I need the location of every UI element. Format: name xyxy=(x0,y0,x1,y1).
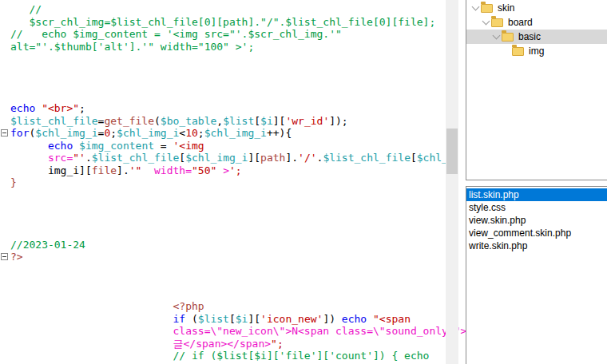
code-line[interactable]: 글</span></span>"; xyxy=(10,338,446,350)
tree-item-board[interactable]: board xyxy=(466,15,607,30)
code-line[interactable] xyxy=(10,214,446,227)
code-token: [ xyxy=(254,115,260,127)
code-token: ]) xyxy=(323,313,341,325)
code-token: < xyxy=(179,127,185,139)
code-line[interactable] xyxy=(10,77,446,90)
code-token xyxy=(10,350,173,362)
tree-item-basic[interactable]: basic xyxy=(466,30,607,44)
code-token: [ xyxy=(179,152,185,164)
fold-collapse-icon[interactable] xyxy=(1,129,8,136)
code-token: ; xyxy=(79,102,85,114)
file-list-item[interactable]: view_comment.skin.php xyxy=(466,227,607,239)
code-token: 'icon_new' xyxy=(260,313,323,325)
code-line[interactable] xyxy=(10,65,446,78)
code-token xyxy=(10,325,173,337)
code-token: . xyxy=(85,152,92,164)
code-token: ][ xyxy=(248,313,260,325)
code-token: > xyxy=(223,164,229,176)
code-token: $chl_img_i xyxy=(185,152,248,164)
code-token: $chl_img_i xyxy=(35,127,97,139)
code-token: $list_chl_file xyxy=(323,152,411,164)
code-token: echo xyxy=(342,313,367,325)
code-token: ]. xyxy=(117,164,129,176)
code-token: src= xyxy=(48,152,73,164)
folder-icon xyxy=(491,18,503,27)
code-line[interactable]: echo $img_content = '<img xyxy=(10,140,446,152)
code-line[interactable]: <?php xyxy=(10,300,446,313)
code-token xyxy=(10,152,48,164)
chevron-down-icon[interactable] xyxy=(490,31,502,42)
code-line[interactable] xyxy=(10,226,446,239)
folder-tree-panel[interactable]: skinboardbasicimg xyxy=(466,0,607,180)
code-line[interactable]: img_i][file].'" width="50" >'; xyxy=(10,164,446,177)
code-line[interactable]: $list_chl_file=get_file($bo_table,$list[… xyxy=(10,115,446,128)
code-token: ][ xyxy=(248,152,260,164)
code-token: "<br>" xyxy=(42,102,79,114)
code-token: 'wr_id' xyxy=(285,115,329,127)
code-editor[interactable]: // $scr_chl_img=$list_chl_file[0][path].… xyxy=(0,0,446,364)
code-token: // if ($list[$i]['file']['count']) { ech… xyxy=(173,350,430,362)
code-line[interactable]: $scr_chl_img=$list_chl_file[0][path]."/"… xyxy=(10,16,446,29)
chevron-down-icon[interactable] xyxy=(480,17,491,28)
code-line[interactable]: alt="'.$thumb['alt'].'" width="100" >'; xyxy=(10,41,446,53)
code-line[interactable]: ?> xyxy=(10,251,446,263)
code-token: echo xyxy=(10,102,35,114)
code-line[interactable] xyxy=(10,288,446,301)
code-line[interactable] xyxy=(10,263,446,276)
code-line[interactable]: // echo $img_content = '<img src="'.$scr… xyxy=(10,28,446,41)
file-list-item[interactable]: write.skin.php xyxy=(466,239,607,252)
chevron-spacer xyxy=(501,46,512,57)
tree-item-label: skin xyxy=(498,2,514,14)
code-token: $chl_img_i xyxy=(204,127,267,139)
code-token: '/' xyxy=(298,152,316,164)
code-line[interactable]: // if ($list[$i]['file']['count']) { ech… xyxy=(10,350,446,362)
code-token: ++){ xyxy=(267,127,292,139)
code-token: img_i][ xyxy=(10,164,92,176)
scrollbar-thumb[interactable] xyxy=(446,129,458,174)
code-token: $i xyxy=(260,115,273,127)
code-token: $scr_chl_img=$list_chl_file[0][path]."/"… xyxy=(10,16,435,28)
chevron-down-icon[interactable] xyxy=(470,2,481,14)
tree-item-img[interactable]: img xyxy=(466,44,607,58)
code-token: if xyxy=(173,313,186,325)
code-token xyxy=(35,102,42,114)
file-list-item[interactable]: view.skin.php xyxy=(466,214,607,227)
code-line[interactable]: class=\"new_icon\">N<span class=\"sound_… xyxy=(10,325,446,338)
code-token: [ xyxy=(229,313,236,325)
code-token: ( xyxy=(154,115,161,127)
code-line[interactable]: src="'.$list_chl_file[$chl_img_i][path].… xyxy=(10,152,446,164)
code-line[interactable]: for($chl_img_i=0;$chl_img_i<10;$chl_img_… xyxy=(10,127,446,140)
code-token: ; xyxy=(198,127,204,139)
code-token xyxy=(367,313,373,325)
code-token xyxy=(141,164,154,176)
code-token: get_file xyxy=(104,115,154,127)
tree-item-label: img xyxy=(529,46,544,57)
code-line[interactable] xyxy=(10,53,446,65)
code-line[interactable]: // xyxy=(10,3,446,16)
code-line[interactable] xyxy=(10,201,446,214)
editor-vertical-scrollbar[interactable] xyxy=(446,0,458,364)
code-line[interactable] xyxy=(10,90,446,103)
code-token xyxy=(10,140,48,152)
fold-collapse-icon[interactable] xyxy=(1,253,8,260)
code-token: path xyxy=(260,152,285,164)
file-list-item[interactable]: list.skin.php xyxy=(466,188,607,201)
code-line[interactable]: } xyxy=(10,176,446,189)
folder-icon xyxy=(512,47,524,56)
file-list-item[interactable]: style.css xyxy=(466,201,607,214)
code-token: , xyxy=(216,115,223,127)
code-line[interactable]: if ($list[$i]['icon_new']) echo "<span xyxy=(10,313,446,326)
code-line[interactable] xyxy=(10,189,446,202)
file-list-panel[interactable]: list.skin.phpstyle.cssview.skin.phpview_… xyxy=(466,186,607,364)
code-token: = xyxy=(154,140,173,152)
code-token: // echo $img_content = '<img src="'.$scr… xyxy=(10,28,342,40)
code-token: '; xyxy=(229,164,242,176)
code-token: '<img xyxy=(173,140,204,152)
code-line[interactable] xyxy=(10,275,446,288)
code-token: $list xyxy=(223,115,254,127)
code-token: "; xyxy=(271,338,284,350)
chevron-glyph xyxy=(492,32,500,40)
code-line[interactable]: echo "<br>"; xyxy=(10,102,446,115)
tree-item-skin[interactable]: skin xyxy=(466,1,607,15)
code-line[interactable]: //2023-01-24 xyxy=(10,239,446,251)
